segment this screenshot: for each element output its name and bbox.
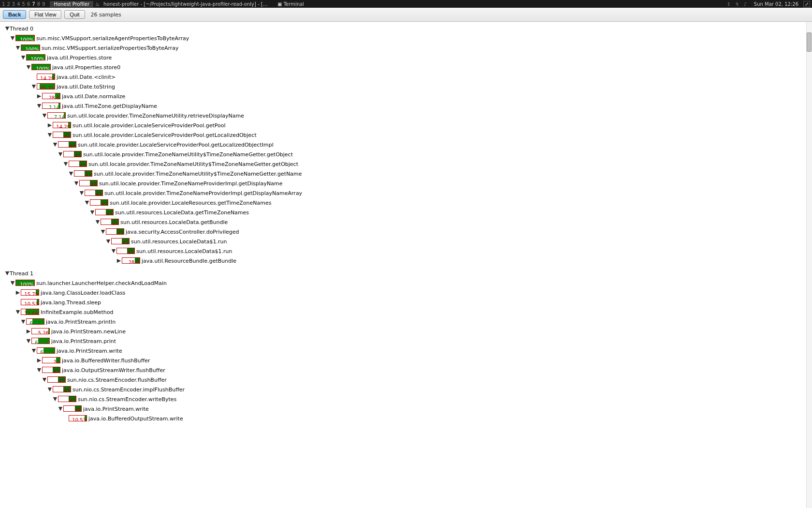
tree-row[interactable]: ▼42sun.nio.cs.StreamEncoder.implFlushBuf… <box>1 385 811 394</box>
tree-row[interactable]: ▼42sun.util.locale.provider.LocaleServic… <box>1 130 811 140</box>
tree-row[interactable]: ▼42sun.util.locale.provider.TimeZoneName… <box>1 179 811 188</box>
profile-tree[interactable]: ▼Thread 0▼100%sun.misc.VMSupport.seriali… <box>0 22 812 508</box>
tree-row[interactable]: ▼42sun.util.locale.provider.TimeZoneName… <box>1 149 811 159</box>
tree-row[interactable]: ▼42sun.util.locale.provider.TimeZoneName… <box>1 188 811 198</box>
tree-row[interactable]: ▼Thread 1 <box>1 269 811 278</box>
disclosure-expanded-icon[interactable]: ▼ <box>37 365 42 374</box>
disclosure-expanded-icon[interactable]: ▼ <box>79 188 84 197</box>
tree-row[interactable]: ▶28.5java.util.ResourceBundle.getBundle <box>1 256 811 266</box>
disclosure-expanded-icon[interactable]: ▼ <box>15 307 20 316</box>
tree-row[interactable]: ▼42sun.nio.cs.StreamEncoder.writeBytes <box>1 394 811 404</box>
disclosure-expanded-icon[interactable]: ▼ <box>47 385 52 394</box>
tree-row[interactable]: ▼42sun.nio.cs.StreamEncoder.flushBuffer <box>1 375 811 385</box>
tree-row[interactable]: ▶21java.io.BufferedWriter.flushBuffer <box>1 356 811 365</box>
disclosure-collapsed-icon[interactable]: ▶ <box>15 288 20 297</box>
disclosure-expanded-icon[interactable]: ▼ <box>15 43 20 52</box>
workspace-2[interactable]: 2 <box>7 1 12 7</box>
tree-row[interactable]: ▼42java.io.OutputStreamWriter.flushBuffe… <box>1 365 811 375</box>
tree-row[interactable]: ▼42sun.util.resources.LocaleData$1.run <box>1 237 811 246</box>
disclosure-expanded-icon[interactable]: ▼ <box>5 24 10 33</box>
tree-row[interactable]: 14.29java.util.Date.<clinit> <box>1 72 811 82</box>
disclosure-expanded-icon[interactable]: ▼ <box>26 336 31 345</box>
disclosure-expanded-icon[interactable]: ▼ <box>37 101 42 110</box>
disclosure-expanded-icon[interactable]: ▼ <box>10 33 15 43</box>
tree-row[interactable]: ▼42sun.util.locale.provider.TimeZoneName… <box>1 169 811 179</box>
scrollbar-track[interactable] <box>806 22 812 508</box>
disclosure-expanded-icon[interactable]: ▼ <box>63 159 68 168</box>
disclosure-collapsed-icon[interactable]: ▶ <box>37 91 42 101</box>
disclosure-expanded-icon[interactable]: ▼ <box>58 149 63 159</box>
tree-row[interactable]: 10.53java.lang.Thread.sleep <box>1 298 811 307</box>
disclosure-expanded-icon[interactable]: ▼ <box>26 62 31 72</box>
tree-row[interactable]: ▼100%sun.misc.VMSupport.serializeAgentPr… <box>1 33 811 43</box>
tree-row[interactable]: ▼63.16java.io.PrintStream.write <box>1 346 811 356</box>
taskbar-app-other[interactable]: honest-profiler - [~/Projects/lightweigh… <box>100 1 274 7</box>
disclosure-expanded-icon[interactable]: ▼ <box>106 237 111 246</box>
disclosure-expanded-icon[interactable]: ▼ <box>85 198 89 207</box>
workspace-indicator[interactable]: 123456789 <box>2 1 50 7</box>
disclosure-expanded-icon[interactable]: ▼ <box>42 111 47 120</box>
disclosure-collapsed-icon[interactable]: ▶ <box>37 356 42 365</box>
workspace-1[interactable]: 1 <box>2 1 7 7</box>
tree-row[interactable]: ▼85.71java.util.Date.toString <box>1 82 811 91</box>
disclosure-expanded-icon[interactable]: ▼ <box>31 346 36 355</box>
disclosure-collapsed-icon[interactable]: ▶ <box>47 120 52 130</box>
tree-row[interactable]: ▼100%java.util.Properties.store <box>1 53 811 62</box>
disclosure-expanded-icon[interactable]: ▼ <box>21 53 26 62</box>
flat-view-button[interactable]: Flat View <box>29 10 61 19</box>
tree-row[interactable]: ▶5.26java.io.PrintStream.newLine <box>1 327 811 336</box>
disclosure-expanded-icon[interactable]: ▼ <box>21 317 26 326</box>
workspace-8[interactable]: 8 <box>37 1 42 7</box>
tree-row[interactable]: ▼36java.io.PrintStream.write <box>1 404 811 414</box>
tree-row[interactable]: ▼42sun.util.locale.provider.LocaleResour… <box>1 198 811 208</box>
tree-row[interactable]: ▼42java.security.AccessController.doPriv… <box>1 227 811 237</box>
disclosure-expanded-icon[interactable]: ▼ <box>47 130 52 139</box>
workspace-9[interactable]: 9 <box>42 1 47 7</box>
workspace-5[interactable]: 5 <box>22 1 27 7</box>
disclosure-expanded-icon[interactable]: ▼ <box>58 404 63 413</box>
tree-row[interactable]: ▼Thread 0 <box>1 24 811 33</box>
quit-button[interactable]: Quit <box>64 10 85 19</box>
taskbar-app-active[interactable]: Honest Profiler <box>50 1 93 7</box>
tree-row[interactable]: ▼100%sun.launcher.LauncherHelper.checkAn… <box>1 278 811 288</box>
disclosure-expanded-icon[interactable]: ▼ <box>95 217 100 226</box>
workspace-6[interactable]: 6 <box>27 1 32 7</box>
disclosure-collapsed-icon[interactable]: ▶ <box>26 327 31 336</box>
tree-row[interactable]: ▼42sun.util.locale.provider.LocaleServic… <box>1 140 811 149</box>
fullscreen-icon[interactable]: ⤢ <box>803 1 810 7</box>
disclosure-expanded-icon[interactable]: ▼ <box>69 169 73 178</box>
tree-row[interactable]: ▼7.14sun.util.locale.provider.TimeZoneNa… <box>1 111 811 120</box>
disclosure-expanded-icon[interactable]: ▼ <box>42 375 47 384</box>
tree-row[interactable]: ▼100%sun.misc.VMSupport.serializePropert… <box>1 43 811 53</box>
disclosure-collapsed-icon[interactable]: ▶ <box>116 256 121 265</box>
tree-row[interactable]: ▼63.16java.io.PrintStream.print <box>1 336 811 346</box>
workspace-3[interactable]: 3 <box>12 1 17 7</box>
tree-row[interactable]: ▼68.42java.io.PrintStream.println <box>1 317 811 327</box>
disclosure-expanded-icon[interactable]: ▼ <box>10 278 15 287</box>
tree-row[interactable]: ▶14.29sun.util.locale.provider.LocaleSer… <box>1 120 811 130</box>
disclosure-expanded-icon[interactable]: ▼ <box>53 394 58 403</box>
taskbar-terminal[interactable]: Terminal <box>274 1 308 7</box>
disclosure-expanded-icon[interactable]: ▼ <box>5 269 10 278</box>
tree-row[interactable]: ▼42sun.util.resources.LocaleData.getBund… <box>1 217 811 227</box>
workspace-7[interactable]: 7 <box>32 1 37 7</box>
tree-row[interactable]: ▼42sun.util.locale.provider.TimeZoneName… <box>1 159 811 169</box>
tree-row[interactable]: ▶15.79java.lang.ClassLoader.loadClass <box>1 288 811 298</box>
disclosure-expanded-icon[interactable]: ▼ <box>53 140 58 149</box>
tree-row[interactable]: ▼100%java.util.Properties.store0 <box>1 62 811 72</box>
tree-row[interactable]: ▼7.14java.util.TimeZone.getDisplayName <box>1 101 811 111</box>
tree-row[interactable]: 10.53java.io.BufferedOutputStream.write <box>1 414 811 423</box>
disclosure-expanded-icon[interactable]: ▼ <box>101 227 105 236</box>
tree-row[interactable]: ▼42sun.util.resources.LocaleData$1.run <box>1 246 811 256</box>
disclosure-expanded-icon[interactable]: ▼ <box>74 179 79 188</box>
disclosure-expanded-icon[interactable]: ▼ <box>111 246 116 255</box>
disclosure-expanded-icon[interactable]: ▼ <box>90 208 95 217</box>
tree-row[interactable]: ▶28.5java.util.Date.normalize <box>1 91 811 101</box>
system-tray-icons[interactable]: ↕ ↯ ♪ <box>724 1 751 7</box>
tree-row[interactable]: ▼73.68InfiniteExample.subMethod <box>1 307 811 317</box>
back-button[interactable]: Back <box>3 10 26 19</box>
workspace-4[interactable]: 4 <box>17 1 22 7</box>
scrollbar-thumb[interactable] <box>807 32 812 52</box>
tree-row[interactable]: ▼42sun.util.resources.LocaleData.getTime… <box>1 208 811 217</box>
disclosure-expanded-icon[interactable]: ▼ <box>31 82 36 91</box>
